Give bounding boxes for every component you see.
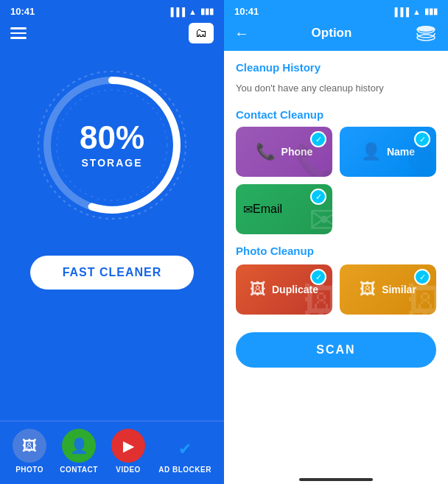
option-title: Option — [312, 26, 352, 41]
nav-item-video[interactable]: ▶ VIDEO — [111, 429, 145, 474]
battery-icon: ▮▮▮ — [200, 7, 214, 16]
bottom-nav: 🖼 PHOTO 👤 CONTACT ▶ VIDEO ✔ AD BLOCKER — [0, 421, 224, 484]
cleanup-history-empty: You don't have any cleanup history — [236, 80, 436, 97]
battery-icon-right: ▮▮▮ — [424, 7, 438, 16]
phone-bg-pattern: 📞 — [294, 141, 332, 177]
contact-cleanup-grid: 📞 📞 Phone ✓ 👤 👤 Name ✓ — [236, 127, 436, 177]
photo-nav-label: PHOTO — [15, 466, 43, 474]
storage-label: STORAGE — [80, 157, 144, 169]
contact-cleanup-title: Contact Cleanup — [236, 108, 436, 121]
email-card-label: Email — [253, 203, 282, 216]
nav-item-photo[interactable]: 🖼 PHOTO — [13, 429, 46, 474]
time-right: 10:41 — [234, 6, 259, 17]
svg-point-4 — [417, 26, 435, 32]
photo-cleanup-grid: 🖼 🖼 Duplicate ✓ 🖼 🖼 Similar ✓ — [236, 264, 436, 315]
home-indicator — [299, 478, 373, 481]
status-bar-left: 10:41 ▐▐▐ ▲ ▮▮▮ — [0, 0, 224, 20]
storage-info: 80% STORAGE — [80, 122, 144, 169]
right-panel: 10:41 ▐▐▐ ▲ ▮▮▮ ← Option Cleanup History… — [224, 0, 448, 484]
storage-percent: 80% — [80, 122, 144, 154]
signal-icon: ▐▐▐ — [168, 7, 185, 16]
scan-button[interactable]: SCAN — [236, 332, 436, 368]
email-row: ✉ ✉ Email ✓ — [236, 184, 436, 234]
signal-icon-right: ▐▐▐ — [392, 7, 409, 16]
wallet-icon[interactable] — [189, 23, 214, 43]
duplicate-card-icon: 🖼 — [250, 280, 266, 299]
contact-nav-icon: 👤 — [62, 429, 96, 463]
wifi-icon: ▲ — [189, 7, 197, 16]
email-card[interactable]: ✉ ✉ Email ✓ — [236, 184, 332, 234]
top-bar-left — [0, 20, 224, 49]
left-panel: 10:41 ▐▐▐ ▲ ▮▮▮ 80% STORAGE FAST CLEANER — [0, 0, 224, 484]
similar-check: ✓ — [414, 269, 430, 285]
similar-card[interactable]: 🖼 🖼 Similar ✓ — [340, 264, 436, 315]
menu-button[interactable] — [10, 27, 27, 39]
email-card-icon: ✉ — [243, 203, 253, 217]
status-icons-right: ▐▐▐ ▲ ▮▮▮ — [392, 7, 438, 16]
phone-check: ✓ — [310, 131, 326, 147]
status-icons-left: ▐▐▐ ▲ ▮▮▮ — [168, 7, 214, 16]
video-nav-label: VIDEO — [116, 466, 141, 474]
cleanup-history-title: Cleanup History — [236, 61, 436, 74]
status-bar-right: 10:41 ▐▐▐ ▲ ▮▮▮ — [224, 0, 448, 20]
right-content: Cleanup History You don't have any clean… — [224, 51, 448, 472]
time-left: 10:41 — [10, 6, 35, 17]
nav-item-contact[interactable]: 👤 CONTACT — [60, 429, 98, 474]
contact-nav-label: CONTACT — [60, 466, 98, 474]
wifi-icon-right: ▲ — [413, 7, 421, 16]
db-icon — [414, 23, 438, 43]
adblocker-icon: ✔ — [172, 436, 198, 463]
phone-card-icon: 📞 — [256, 142, 276, 161]
phone-card[interactable]: 📞 📞 Phone ✓ — [236, 127, 332, 177]
similar-card-icon: 🖼 — [360, 280, 376, 299]
adblocker-label: AD BLOCKER — [158, 466, 211, 474]
bottom-indicator — [224, 472, 448, 484]
photo-cleanup-title: Photo Cleanup — [236, 245, 436, 257]
name-bg-pattern: 👤 — [398, 141, 436, 177]
name-card[interactable]: 👤 👤 Name ✓ — [340, 127, 436, 177]
email-check: ✓ — [310, 189, 326, 205]
back-button[interactable]: ← — [234, 25, 249, 42]
name-card-icon: 👤 — [361, 142, 381, 161]
duplicate-check: ✓ — [310, 269, 326, 285]
duplicate-card[interactable]: 🖼 🖼 Duplicate ✓ — [236, 264, 332, 315]
video-nav-icon: ▶ — [111, 429, 145, 463]
nav-item-adblocker[interactable]: ✔ AD BLOCKER — [158, 436, 211, 474]
fast-cleaner-button[interactable]: FAST CLEANER — [30, 256, 195, 290]
name-check: ✓ — [414, 131, 430, 147]
option-bar: ← Option — [224, 20, 448, 51]
photo-nav-icon: 🖼 — [13, 429, 46, 463]
storage-circle: 80% STORAGE — [31, 64, 193, 226]
